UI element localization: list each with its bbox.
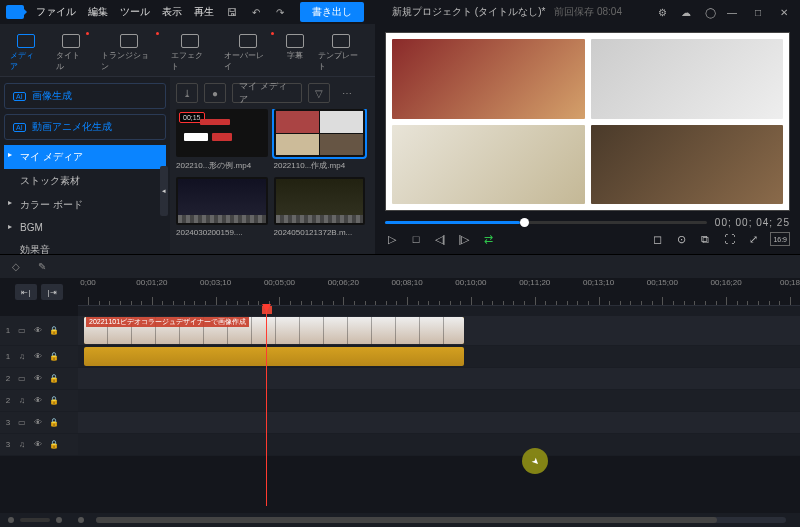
undo-icon[interactable]: ↶ — [246, 2, 266, 22]
tab-template[interactable]: テンプレート — [312, 30, 371, 76]
seek-bar[interactable] — [385, 221, 707, 224]
zoom-in-button[interactable] — [56, 517, 62, 523]
timeline-scrollbar[interactable] — [96, 517, 786, 523]
prev-frame-button[interactable]: ◁| — [433, 232, 447, 246]
preview-panel: 00; 00; 04; 25 ▷ □ ◁| |▷ ⇄ ◻ ⊙ ⧉ ⛶ ⤢ 16:… — [375, 24, 800, 254]
account-icon[interactable]: ◯ — [700, 2, 720, 22]
track-row: 2 ♫ 👁 🔒 — [0, 390, 800, 412]
save-icon[interactable]: 🖫 — [222, 2, 242, 22]
app-logo-icon[interactable] — [6, 5, 24, 19]
track-lane[interactable]: 20221101ビデオコラージュデザイナーで画像作成 — [78, 316, 800, 345]
track-lane[interactable] — [78, 368, 800, 389]
media-name: 202210...形の例.mp4 — [176, 160, 268, 171]
menu-tool[interactable]: ツール — [114, 5, 156, 19]
menu-edit[interactable]: 編集 — [82, 5, 114, 19]
redo-icon[interactable]: ↷ — [270, 2, 290, 22]
sidebar-item-mymedia[interactable]: マイ メディア — [4, 145, 166, 169]
preview-image — [591, 125, 784, 205]
tab-media[interactable]: メディア — [4, 30, 48, 76]
track-lane[interactable] — [78, 346, 800, 367]
track-header: 2 ▭ 👁 🔒 — [0, 368, 78, 389]
fullscreen-icon[interactable]: ⤢ — [746, 232, 760, 246]
audio-clip[interactable] — [84, 347, 464, 366]
notification-icon[interactable]: ☁ — [676, 2, 696, 22]
close-button[interactable]: ✕ — [774, 2, 794, 22]
preview-canvas[interactable] — [385, 32, 790, 211]
settings-icon[interactable]: ⚙ — [652, 2, 672, 22]
track-row: 3 ▭ 👁 🔒 — [0, 412, 800, 434]
preview-image — [392, 125, 585, 205]
pen-tool-icon[interactable]: ✎ — [34, 259, 50, 275]
menu-play[interactable]: 再生 — [188, 5, 220, 19]
keyframe-icon[interactable]: ◇ — [8, 259, 24, 275]
quality-icon[interactable]: ⊙ — [674, 232, 688, 246]
tab-effect[interactable]: エフェクト — [165, 30, 217, 76]
track-row: 1 ▭ 👁 🔒20221101ビデオコラージュデザイナーで画像作成 — [0, 316, 800, 346]
track-lane[interactable] — [78, 434, 800, 455]
snap-left-button[interactable]: ⇤| — [15, 284, 37, 300]
ai-image-gen-button[interactable]: AI画像生成 — [4, 83, 166, 109]
tab-title[interactable]: タイトル — [50, 30, 94, 76]
export-button[interactable]: 書き出し — [300, 2, 364, 22]
video-clip[interactable]: 20221101ビデオコラージュデザイナーで画像作成 — [84, 317, 464, 344]
loop-button[interactable]: ⇄ — [481, 232, 495, 246]
snap-right-button[interactable]: |⇥ — [41, 284, 63, 300]
sidebar-item-sfx[interactable]: 効果音 — [4, 238, 166, 254]
preview-image — [392, 39, 585, 119]
visibility-toggle[interactable]: 👁 — [32, 417, 44, 429]
maximize-button[interactable]: □ — [748, 2, 768, 22]
zoom-out-button[interactable] — [8, 517, 14, 523]
media-filter-dropdown[interactable]: マイ メディア — [232, 83, 302, 103]
seek-knob[interactable] — [520, 218, 529, 227]
lock-toggle[interactable]: 🔒 — [48, 351, 60, 363]
ai-video-gen-button[interactable]: AI動画アニメ化生成 — [4, 114, 166, 140]
visibility-toggle[interactable]: 👁 — [32, 325, 44, 337]
timeline-ruler[interactable]: 0;0000;01;2000;03;1000;05;0000;06;2000;0… — [78, 278, 800, 306]
track-lane[interactable] — [78, 412, 800, 433]
aspect-ratio-button[interactable]: 16:9 — [770, 232, 790, 246]
media-item[interactable]: 00;15 202210...形の例.mp4 — [176, 109, 268, 171]
sidebar-item-bgm[interactable]: BGM — [4, 217, 166, 238]
more-icon[interactable]: ⋯ — [336, 83, 358, 103]
collapse-sidebar-button[interactable]: ◂ — [160, 166, 168, 216]
import-icon[interactable]: ⤓ — [176, 83, 198, 103]
track-row: 1 ♫ 👁 🔒 — [0, 346, 800, 368]
sidebar-item-colorboard[interactable]: カラー ボード — [4, 193, 166, 217]
playhead[interactable] — [266, 306, 267, 506]
scrollbar-thumb[interactable] — [96, 517, 717, 523]
next-frame-button[interactable]: |▷ — [457, 232, 471, 246]
lock-toggle[interactable]: 🔒 — [48, 325, 60, 337]
lock-toggle[interactable]: 🔒 — [48, 439, 60, 451]
filter-icon[interactable]: ▽ — [308, 83, 330, 103]
media-name: 2024050121372B.m... — [274, 228, 366, 237]
visibility-toggle[interactable]: 👁 — [32, 351, 44, 363]
minimize-button[interactable]: ― — [722, 2, 742, 22]
menu-file[interactable]: ファイル — [30, 5, 82, 19]
ruler-label: 00;10;00 — [455, 278, 486, 287]
zoom-fit-button[interactable] — [78, 517, 84, 523]
track-lane[interactable] — [78, 390, 800, 411]
track-header: 1 ▭ 👁 🔒 — [0, 316, 78, 345]
track-header: 3 ▭ 👁 🔒 — [0, 412, 78, 433]
play-button[interactable]: ▷ — [385, 232, 399, 246]
compare-icon[interactable]: ⧉ — [698, 232, 712, 246]
media-item[interactable]: 00;14 2024050121372B.m... — [274, 177, 366, 237]
lock-toggle[interactable]: 🔒 — [48, 373, 60, 385]
lock-toggle[interactable]: 🔒 — [48, 395, 60, 407]
visibility-toggle[interactable]: 👁 — [32, 395, 44, 407]
menu-view[interactable]: 表示 — [156, 5, 188, 19]
tab-overlay[interactable]: オーバーレイ — [218, 30, 277, 76]
snapshot-icon[interactable]: ◻ — [650, 232, 664, 246]
visibility-toggle[interactable]: 👁 — [32, 439, 44, 451]
record-icon[interactable]: ● — [204, 83, 226, 103]
fit-icon[interactable]: ⛶ — [722, 232, 736, 246]
media-item[interactable]: 00;09 2022110...作成.mp4 — [274, 109, 366, 171]
media-item[interactable]: 00;26 2024030200159.... — [176, 177, 268, 237]
sidebar-item-stock[interactable]: ストック素材 — [4, 169, 166, 193]
visibility-toggle[interactable]: 👁 — [32, 373, 44, 385]
stop-button[interactable]: □ — [409, 232, 423, 246]
ruler-label: 00;11;20 — [519, 278, 550, 287]
tab-transition[interactable]: トランジション — [95, 30, 162, 76]
tab-subtitle[interactable]: 字幕 — [280, 30, 310, 76]
lock-toggle[interactable]: 🔒 — [48, 417, 60, 429]
